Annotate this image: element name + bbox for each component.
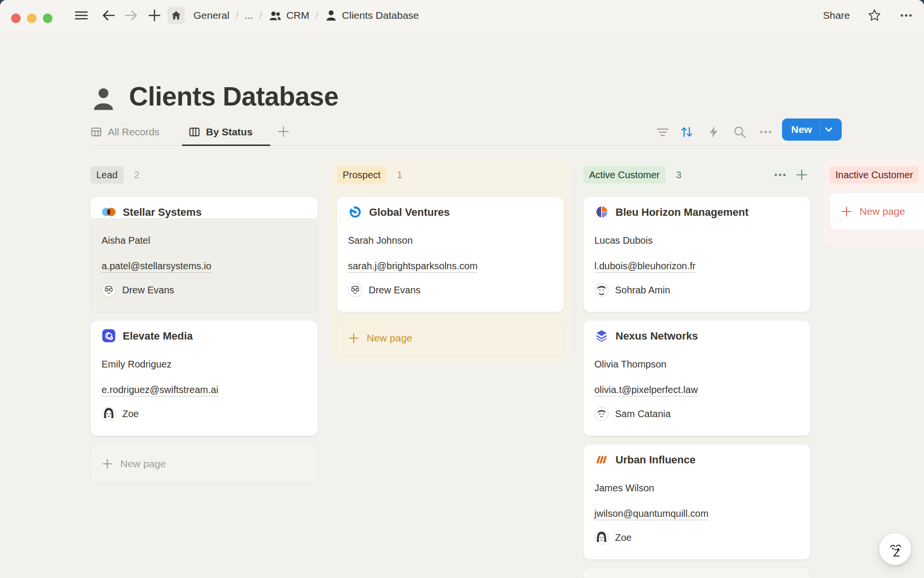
owner-row: Drew Evans [102,283,174,297]
column-count: 1 [397,170,402,181]
company-logo-quartered-circle [594,205,609,219]
status-badge-prospect[interactable]: Prospect [337,166,386,184]
status-badge-active-customer[interactable]: Active Customer [583,166,666,184]
company-logo-layer-stack [594,328,609,343]
email-link[interactable]: a.patel@stellarsystems.io [102,261,211,273]
add-card-plus-icon[interactable] [795,168,808,182]
app-window: General / ... / CRM / [0,0,924,578]
status-badge-lead[interactable]: Lead [90,166,124,184]
plus-icon [841,206,852,217]
home-icon [171,10,181,21]
minimize-window-button[interactable] [27,13,37,23]
share-button[interactable]: Share [823,10,850,21]
notion-ai-face-button[interactable] [879,533,911,565]
automation-lightning-icon[interactable] [706,125,721,139]
contact-name: Olivia Thompson [594,359,667,370]
tab-all-records[interactable]: All Records [90,118,159,145]
contact-name: James Wilson [594,483,654,494]
owner-name: Sohrab Amin [615,285,670,296]
company-logo-swirl-circle [348,205,362,219]
new-page-button-prospect[interactable]: New page [337,319,564,357]
column-header-active-customer[interactable]: Active Customer 3 [583,166,808,184]
card-urban-influence[interactable]: Urban Influence James Wilson jwilson@qua… [583,444,810,560]
email-link[interactable]: jwilson@quantumquill.com [594,508,708,520]
avatar-sam-catania [594,407,609,421]
breadcrumb-item-page[interactable]: Clients Database [342,10,419,21]
email-link[interactable]: olivia.t@pixelperfect.law [594,384,698,396]
sort-icon[interactable] [680,125,694,139]
card-title: Global Ventures [369,206,450,219]
contact-name: Emily Rodriguez [102,359,172,370]
email-link[interactable]: sarah.j@brightsparksolns.com [348,261,477,273]
page-title: Clients Database [129,81,338,112]
breadcrumb-item-general[interactable]: General [193,10,230,21]
favorite-star-icon[interactable] [867,8,882,23]
owner-row: Zoe [102,407,139,421]
avatar-zoe [594,530,609,545]
new-page-button-inactive-customer[interactable]: New page [830,193,924,230]
card-title: Bleu Horizon Management [616,206,748,219]
owner-row: Drew Evans [348,283,421,297]
filter-icon[interactable] [655,125,670,139]
email-link[interactable]: l.dubois@bleuhorizon.fr [594,261,695,273]
add-view-plus-icon[interactable] [277,125,290,138]
breadcrumb-item-crm[interactable]: CRM [286,10,309,21]
new-record-button[interactable]: New [782,118,842,141]
breadcrumb-separator: / [259,10,262,21]
card-elevate-media[interactable]: Elevate Media Emily Rodriguez e.rodrigue… [90,320,318,436]
home-button[interactable] [167,7,185,24]
plus-icon [348,332,359,344]
breadcrumb-separator: / [316,10,319,21]
close-window-button[interactable] [11,13,21,23]
breadcrumb-item-ellipsis[interactable]: ... [245,10,254,21]
new-page-label: New page [367,332,412,344]
card-stellar-systems[interactable]: Stellar Systems Aisha Patel a.patel@stel… [90,197,318,312]
card-title: Urban Influence [616,454,695,466]
avatar-drew-evans [348,283,362,297]
email-link[interactable]: e.rodriguez@swiftstream.ai [102,384,218,396]
company-logo-spiral-badge [102,328,116,343]
card-title: Nexus Networks [616,330,698,342]
avatar-zoe [102,407,116,421]
new-button-label: New [782,124,812,135]
maximize-window-button[interactable] [43,13,52,23]
back-arrow-icon[interactable] [101,8,116,23]
people-icon [269,9,282,22]
board-column-active-customer: Active Customer 3 Bleu Horizon Managemen [578,160,816,578]
chevron-down-icon[interactable] [821,118,837,141]
new-page-button-lead[interactable]: New page [90,445,318,483]
new-page-button-active-customer[interactable] [583,567,810,578]
column-count: 3 [676,170,681,181]
contact-name: Sarah Johnson [348,235,413,246]
card-global-ventures[interactable]: Global Ventures Sarah Johnson sarah.j@br… [337,197,564,312]
forward-arrow-icon[interactable] [124,8,139,23]
owner-name: Zoe [615,532,631,543]
column-header-lead[interactable]: Lead 2 [90,166,316,184]
new-tab-plus-icon[interactable] [147,8,162,23]
board-column-prospect: Prospect 1 Global Ventures Sarah Johnson… [331,160,570,364]
page-header: Clients Database [90,81,338,112]
column-header-inactive-customer[interactable]: Inactive Customer [830,166,924,184]
view-options-icon[interactable] [758,125,773,139]
tab-by-status[interactable]: By Status [189,118,253,145]
contact-name: Lucas Dubois [594,235,653,246]
owner-name: Zoe [122,408,139,420]
new-page-label: New page [120,458,166,470]
owner-name: Drew Evans [369,285,421,296]
status-badge-inactive-customer[interactable]: Inactive Customer [830,166,919,184]
sidebar-menu-icon[interactable] [74,8,89,23]
card-bleu-horizon-management[interactable]: Bleu Horizon Management Lucas Dubois l.d… [583,197,810,312]
new-page-label: New page [860,206,905,217]
company-logo-overlapping-circles [102,205,116,219]
board-column-lead: Lead 2 Stellar Systems Aisha Patel a.pat… [85,160,323,492]
company-logo-diagonal-stripes [594,452,609,467]
column-count: 2 [134,170,140,181]
column-header-prospect[interactable]: Prospect 1 [337,166,562,184]
table-view-icon [90,126,102,138]
card-nexus-networks[interactable]: Nexus Networks Olivia Thompson olivia.t@… [583,320,810,436]
more-options-icon[interactable] [899,8,913,23]
column-options-icon[interactable] [772,168,788,182]
owner-row: Zoe [594,530,631,545]
tab-label: All Records [108,126,159,138]
search-icon[interactable] [732,125,747,139]
